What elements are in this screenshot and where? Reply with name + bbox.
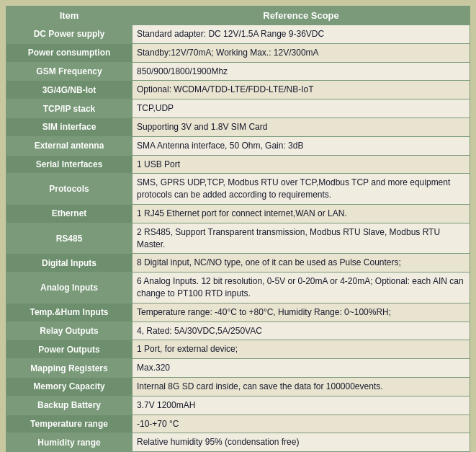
item-cell: Relay Outputs <box>6 322 133 340</box>
item-cell: Digital Inputs <box>6 254 133 272</box>
table-row: Temp.&Hum InputsTemperature range: -40°C… <box>6 303 470 322</box>
scope-cell: Standard adapter: DC 12V/1.5A Range 9-36… <box>133 25 470 44</box>
scope-cell: 4, Rated: 5A/30VDC,5A/250VAC <box>133 322 470 340</box>
scope-cell: 1 RJ45 Ethernet port for connect interne… <box>133 204 470 223</box>
table-row: Humidity rangeRelative humidity 95% (con… <box>6 433 470 452</box>
scope-cell: Max.320 <box>133 359 470 378</box>
scope-cell: -10-+70 °C <box>133 415 470 433</box>
scope-cell: Standby:12V/70mA; Working Max.: 12V/300m… <box>133 43 470 62</box>
item-cell: Memory Capacity <box>6 377 133 396</box>
table-header-row: Item Reference Scope <box>6 6 470 25</box>
header-scope: Reference Scope <box>133 6 470 25</box>
table-row: Ethernet1 RJ45 Ethernet port for connect… <box>6 204 470 223</box>
item-cell: GSM Frequency <box>6 62 133 81</box>
item-cell: Analog Inputs <box>6 272 133 303</box>
table-row: GSM Frequency850/900/1800/1900Mhz <box>6 62 470 81</box>
table-row: DC Power supplyStandard adapter: DC 12V/… <box>6 25 470 44</box>
scope-cell: SMS, GPRS UDP,TCP, Modbus RTU over TCP,M… <box>133 174 470 205</box>
scope-cell: 1 Port, for external device; <box>133 340 470 359</box>
item-cell: External antenna <box>6 136 133 155</box>
item-cell: Protocols <box>6 174 133 205</box>
table-row: ProtocolsSMS, GPRS UDP,TCP, Modbus RTU o… <box>6 174 470 205</box>
table-row: Memory CapacityInternal 8G SD card insid… <box>6 377 470 396</box>
table-row: Mapping RegistersMax.320 <box>6 359 470 378</box>
table-row: Analog Inputs6 Analog Inputs. 12 bit res… <box>6 272 470 303</box>
item-cell: Serial Interfaces <box>6 155 133 174</box>
scope-cell: 2 RS485, Support Transparent transmissio… <box>133 223 470 254</box>
item-cell: Temp.&Hum Inputs <box>6 303 133 322</box>
item-cell: Power Outputs <box>6 340 133 359</box>
table-row: Serial Interfaces1 USB Port <box>6 155 470 174</box>
item-cell: Temperature range <box>6 415 133 433</box>
table-row: Temperature range-10-+70 °C <box>6 415 470 433</box>
scope-cell: SMA Antenna interface, 50 Ohm, Gain: 3dB <box>133 136 470 155</box>
item-cell: TCP/IP stack <box>6 99 133 118</box>
table-row: Backup Battery3.7V 1200mAH <box>6 396 470 415</box>
spec-table: Item Reference Scope DC Power supplyStan… <box>6 6 470 452</box>
item-cell: SIM interface <box>6 118 133 136</box>
table-row: RS4852 RS485, Support Transparent transm… <box>6 223 470 254</box>
scope-cell: 3.7V 1200mAH <box>133 396 470 415</box>
table-row: SIM interfaceSupporting 3V and 1.8V SIM … <box>6 118 470 136</box>
header-item: Item <box>6 6 133 25</box>
scope-cell: Optional: WCDMA/TDD-LTE/FDD-LTE/NB-IoT <box>133 81 470 99</box>
item-cell: Mapping Registers <box>6 359 133 378</box>
scope-cell: Supporting 3V and 1.8V SIM Card <box>133 118 470 136</box>
item-cell: Power consumption <box>6 43 133 62</box>
item-cell: 3G/4G/NB-Iot <box>6 81 133 99</box>
item-cell: Ethernet <box>6 204 133 223</box>
table-body: DC Power supplyStandard adapter: DC 12V/… <box>6 25 470 453</box>
scope-cell: Relative humidity 95% (condensation free… <box>133 433 470 452</box>
item-cell: Humidity range <box>6 433 133 452</box>
item-cell: Backup Battery <box>6 396 133 415</box>
scope-cell: 6 Analog Inputs. 12 bit resolution, 0-5V… <box>133 272 470 303</box>
scope-cell: Internal 8G SD card inside, can save the… <box>133 377 470 396</box>
scope-cell: 8 Digital input, NC/NO type, one of it c… <box>133 254 470 272</box>
table-row: Power Outputs1 Port, for external device… <box>6 340 470 359</box>
scope-cell: 850/900/1800/1900Mhz <box>133 62 470 81</box>
scope-cell: 1 USB Port <box>133 155 470 174</box>
item-cell: RS485 <box>6 223 133 254</box>
scope-cell: TCP,UDP <box>133 99 470 118</box>
table-row: Relay Outputs4, Rated: 5A/30VDC,5A/250VA… <box>6 322 470 340</box>
item-cell: DC Power supply <box>6 25 133 44</box>
table-row: 3G/4G/NB-IotOptional: WCDMA/TDD-LTE/FDD-… <box>6 81 470 99</box>
table-row: Power consumptionStandby:12V/70mA; Worki… <box>6 43 470 62</box>
table-row: Digital Inputs8 Digital input, NC/NO typ… <box>6 254 470 272</box>
scope-cell: Temperature range: -40°C to +80°C, Humid… <box>133 303 470 322</box>
table-row: TCP/IP stackTCP,UDP <box>6 99 470 118</box>
table-row: External antennaSMA Antenna interface, 5… <box>6 136 470 155</box>
